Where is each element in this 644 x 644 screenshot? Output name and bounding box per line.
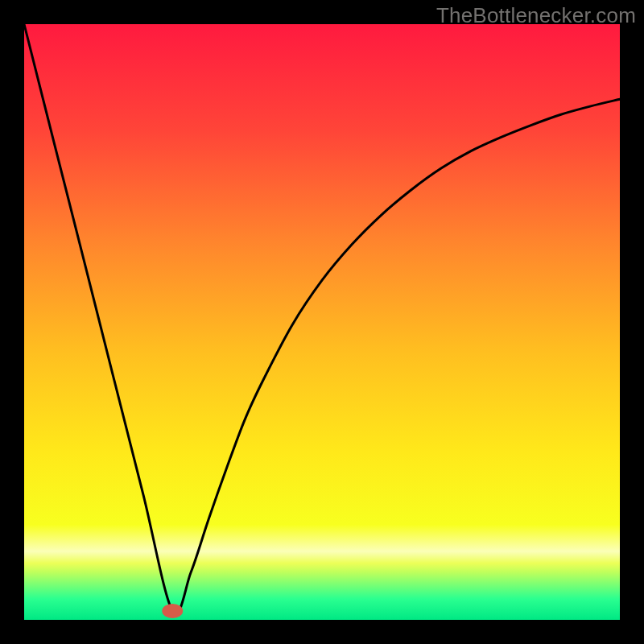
chart-frame: [0, 620, 644, 644]
optimum-marker: [162, 604, 183, 618]
chart-svg: [0, 0, 644, 644]
attribution-label: TheBottlenecker.com: [436, 3, 636, 28]
chart-frame: [620, 0, 644, 644]
plot-background: [24, 24, 620, 620]
chart-frame: [0, 0, 24, 644]
chart-container: TheBottlenecker.com: [0, 0, 644, 644]
